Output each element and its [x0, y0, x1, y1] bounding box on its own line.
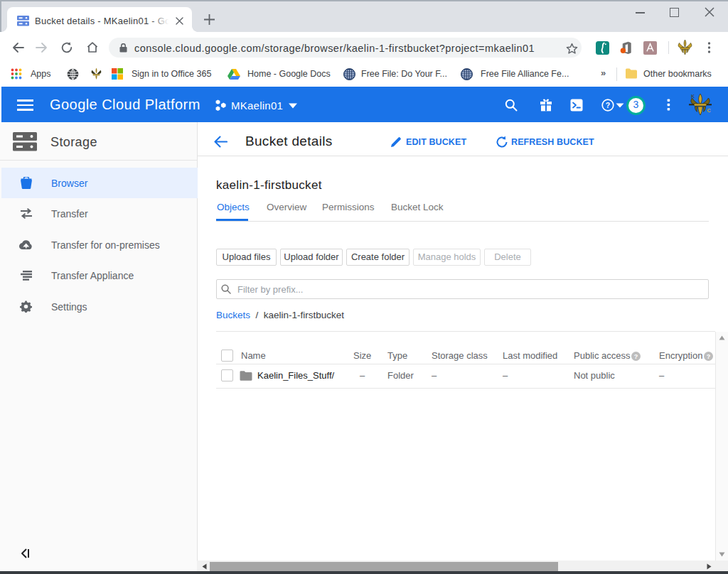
svg-text:K: K: [691, 94, 695, 99]
svg-text:C: C: [707, 108, 711, 113]
svg-text:?: ?: [606, 101, 610, 109]
svg-text:?: ?: [634, 353, 638, 360]
svg-text:?: ?: [707, 353, 711, 360]
